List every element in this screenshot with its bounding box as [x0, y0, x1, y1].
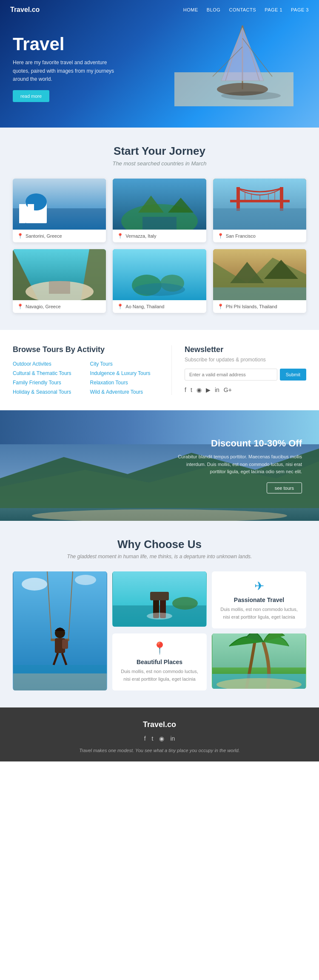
- places-icon: 📍: [152, 641, 167, 655]
- newsletter-title: Newsletter: [185, 345, 306, 354]
- dest-image-navagio: [13, 249, 106, 300]
- svg-rect-37: [49, 281, 70, 294]
- see-tours-button[interactable]: see tours: [267, 482, 302, 493]
- nav-page1[interactable]: PAGE 1: [265, 7, 282, 12]
- browse-family[interactable]: Family Friendly Tours: [13, 380, 82, 386]
- brand-logo[interactable]: Travel.co: [10, 6, 40, 14]
- instagram-icon[interactable]: ◉: [197, 386, 202, 393]
- footer-instagram-icon[interactable]: ◉: [159, 735, 164, 742]
- browse-columns: Outdoor Activites Cultural & Thematic To…: [13, 361, 159, 395]
- hero-cta-button[interactable]: read more: [13, 90, 49, 102]
- facebook-icon[interactable]: f: [185, 386, 186, 393]
- svg-rect-14: [19, 204, 26, 223]
- discount-title: Discount 10-30% Off: [174, 438, 302, 449]
- svg-point-53: [22, 578, 47, 591]
- hero-title: Travel: [13, 34, 119, 54]
- nav-page3[interactable]: PAGE 3: [291, 7, 309, 12]
- footer-linkedin-icon[interactable]: in: [170, 735, 175, 742]
- footer-facebook-icon[interactable]: f: [144, 735, 146, 742]
- dest-image-ao-nang: [113, 249, 206, 300]
- svg-point-54: [75, 575, 96, 585]
- footer-tagline: Travel makes one modest. You see what a …: [13, 748, 306, 753]
- footer: Travel.co f t ◉ in Travel makes one mode…: [0, 707, 319, 761]
- browse-luxury[interactable]: Indulgence & Luxury Tours: [90, 370, 159, 376]
- nav-contacts[interactable]: CONTACTS: [229, 7, 256, 12]
- svg-point-70: [147, 613, 172, 619]
- nav-links: HOME BLOG CONTACTS PAGE 1 PAGE 3: [183, 7, 309, 12]
- dest-card-santorini[interactable]: 📍 Santorini, Greece: [13, 179, 106, 242]
- youtube-icon[interactable]: ▶: [206, 386, 211, 393]
- svg-rect-64: [13, 665, 107, 673]
- beautiful-places-title: Beautiful Places: [137, 659, 182, 665]
- why-section: Why Choose Us The gladdest moment in hum…: [0, 521, 319, 707]
- nav-blog[interactable]: BLOG: [207, 7, 221, 12]
- dest-label-navagio: 📍 Navagio, Greece: [13, 300, 106, 313]
- email-input[interactable]: [185, 369, 277, 381]
- linkedin-icon[interactable]: in: [215, 386, 219, 393]
- dest-image-santorini: [13, 179, 106, 230]
- why-image-swing: [13, 571, 107, 690]
- svg-rect-15: [28, 204, 34, 223]
- dest-card-navagio[interactable]: 📍 Navagio, Greece: [13, 249, 106, 313]
- dest-card-ao-nang[interactable]: 📍 Ao Nang, Thailand: [113, 249, 206, 313]
- journey-section: Start Your Jorney The most searched coun…: [0, 128, 319, 330]
- browse-tours: Browse Tours By Activity Outdoor Activit…: [13, 345, 159, 395]
- browse-col-2: City Tours Indulgence & Luxury Tours Rel…: [90, 361, 159, 395]
- dest-card-vernazza[interactable]: 📍 Vernazza, Italy: [113, 179, 206, 242]
- passionate-travel-card: ✈ Passionate Travel Duis mollis, est non…: [212, 571, 306, 628]
- navbar: Travel.co HOME BLOG CONTACTS PAGE 1 PAGE…: [0, 0, 319, 20]
- svg-rect-60: [62, 639, 68, 649]
- browse-wild[interactable]: Wild & Adventure Tours: [90, 389, 159, 395]
- hero-content: Travel Here are my favorite travel and a…: [13, 34, 119, 102]
- why-image-palm: [212, 633, 306, 689]
- passionate-travel-desc: Duis mollis, est non commodo luctus, nis…: [219, 606, 299, 621]
- twitter-icon[interactable]: t: [191, 386, 192, 393]
- dest-label-phi-phi: 📍 Phi Phi Islands, Thailand: [213, 300, 306, 313]
- gplus-icon[interactable]: G+: [224, 386, 232, 393]
- newsletter-form: Submit: [185, 369, 306, 381]
- svg-rect-44: [213, 287, 306, 300]
- travel-icon: ✈: [254, 579, 264, 593]
- dest-card-sf[interactable]: 📍 San Francisco: [213, 179, 306, 242]
- dest-image-phi-phi: [213, 249, 306, 300]
- svg-point-41: [134, 283, 185, 296]
- beautiful-places-desc: Duis mollis, est non commodo luctus, nis…: [120, 668, 199, 683]
- pin-icon: 📍: [117, 233, 123, 239]
- dest-label-vernazza: 📍 Vernazza, Italy: [113, 230, 206, 242]
- nav-home[interactable]: HOME: [183, 7, 198, 12]
- svg-marker-4: [221, 28, 264, 81]
- discount-description: Curabitur blandit tempus porttitor. Maec…: [174, 453, 302, 476]
- browse-relaxation[interactable]: Relaxation Tours: [90, 380, 159, 386]
- pin-icon: 📍: [217, 304, 224, 310]
- svg-point-6: [221, 91, 281, 100]
- dest-card-phi-phi[interactable]: 📍 Phi Phi Islands, Thailand: [213, 249, 306, 313]
- beautiful-places-card: 📍 Beautiful Places Duis mollis, est non …: [112, 633, 207, 690]
- dest-image-sf: [213, 179, 306, 230]
- hero-ship-image: [174, 21, 293, 106]
- browse-holiday[interactable]: Holiday & Seasonal Tours: [13, 389, 82, 395]
- browse-col-1: Outdoor Activites Cultural & Thematic To…: [13, 361, 82, 395]
- footer-twitter-icon[interactable]: t: [152, 735, 154, 742]
- svg-rect-63: [13, 673, 107, 690]
- pin-icon: 📍: [117, 304, 123, 310]
- passionate-travel-title: Passionate Travel: [234, 597, 284, 603]
- pin-icon: 📍: [217, 233, 224, 239]
- why-grid: ✈ Passionate Travel Duis mollis, est non…: [13, 571, 306, 690]
- discount-section: Discount 10-30% Off Curabitur blandit te…: [0, 410, 319, 521]
- svg-rect-13: [34, 196, 38, 204]
- discount-content: Discount 10-30% Off Curabitur blandit te…: [174, 438, 302, 494]
- why-image-beach: [112, 571, 207, 627]
- browse-cultural[interactable]: Cultural & Thematic Tours: [13, 370, 82, 376]
- newsletter-subtitle: Subscribe for updates & promotions: [185, 357, 306, 363]
- hero-description: Here are my favorite travel and adventur…: [13, 59, 119, 83]
- submit-button[interactable]: Submit: [280, 369, 306, 381]
- browse-outdoor[interactable]: Outdoor Activites: [13, 361, 82, 367]
- newsletter-section: Newsletter Subscribe for updates & promo…: [171, 345, 306, 395]
- svg-point-71: [172, 597, 198, 610]
- svg-rect-32: [213, 208, 306, 230]
- pin-icon: 📍: [17, 304, 23, 310]
- browse-city[interactable]: City Tours: [90, 361, 159, 367]
- footer-brand: Travel.co: [13, 720, 306, 729]
- dest-label-sf: 📍 San Francisco: [213, 230, 306, 242]
- svg-rect-20: [142, 217, 177, 230]
